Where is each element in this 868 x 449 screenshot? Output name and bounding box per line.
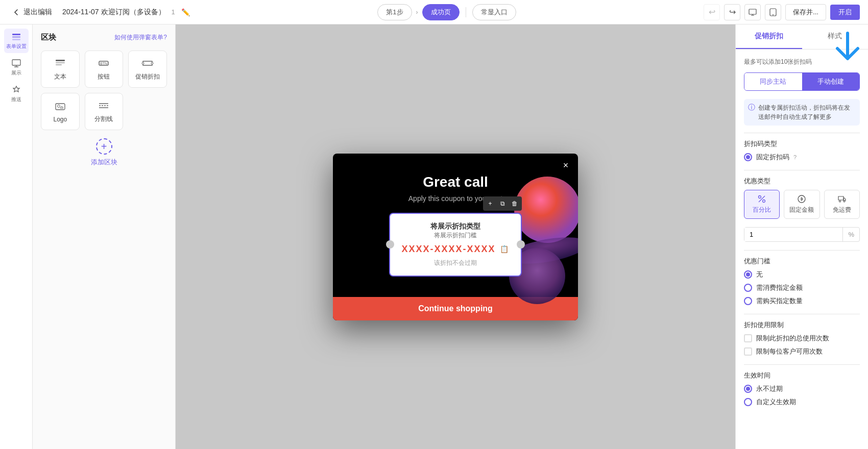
sidebar-item-table[interactable]: 表单设置 bbox=[4, 29, 29, 53]
block-text-label: 文本 bbox=[54, 72, 66, 81]
add-block-button[interactable]: + 添加区块 bbox=[41, 138, 167, 167]
main-layout: 表单设置 展示 推送 区块 如何使用弹窗表单? bbox=[0, 24, 868, 449]
validity-custom-label: 自定义生效期 bbox=[756, 397, 796, 407]
usage-total-checkbox[interactable] bbox=[744, 334, 752, 342]
validity-never-label: 永不过期 bbox=[756, 384, 783, 393]
sidebar-item-display[interactable]: 展示 bbox=[4, 55, 29, 80]
step-1-label: 第1步 bbox=[386, 8, 403, 17]
divider-5 bbox=[744, 364, 860, 365]
percent-input[interactable] bbox=[744, 228, 842, 241]
right-panel: 促销折扣 样式 最多可以添加10张折扣码 同步主站 手动创建 ⓘ 创建专属折扣活… bbox=[735, 24, 868, 449]
svg-point-23 bbox=[763, 200, 765, 203]
validity-never-radio[interactable] bbox=[744, 385, 752, 393]
desktop-icon bbox=[749, 8, 757, 16]
open-button[interactable]: 开启 bbox=[830, 5, 860, 20]
threshold-quantity-option[interactable]: 需购买指定数量 bbox=[744, 296, 860, 306]
sidebar-item-push[interactable]: 推送 bbox=[4, 82, 29, 106]
sidebar-label-table: 表单设置 bbox=[6, 43, 27, 50]
block-divider-label: 分割线 bbox=[94, 115, 113, 123]
percent-btn[interactable]: 百分比 bbox=[744, 190, 780, 219]
percent-label: 百分比 bbox=[753, 206, 771, 214]
threshold-amount-radio[interactable] bbox=[744, 284, 752, 292]
block-item-coupon[interactable]: 促销折扣 bbox=[128, 51, 167, 88]
popup-close-button[interactable]: × bbox=[560, 160, 572, 172]
back-label: 退出编辑 bbox=[23, 8, 52, 17]
coupon-copy-icon[interactable]: 📋 bbox=[500, 245, 510, 253]
coupon-notch-right bbox=[517, 240, 525, 248]
edit-icon[interactable]: ✏️ bbox=[181, 8, 190, 16]
coupon-block-icon bbox=[141, 57, 154, 69]
svg-point-26 bbox=[839, 201, 840, 202]
fixed-coupon-option[interactable]: 固定折扣码 ? bbox=[744, 153, 860, 162]
block-logo-label: Logo bbox=[53, 116, 67, 123]
block-item-text[interactable]: 文本 bbox=[41, 51, 80, 88]
tab-coupon[interactable]: 促销折扣 bbox=[736, 24, 802, 49]
usage-section: 折扣使用限制 限制此折扣的总使用次数 限制每位客户可用次数 bbox=[744, 320, 860, 356]
table-icon bbox=[11, 32, 21, 42]
coupon-type-section: 折扣码类型 固定折扣码 ? bbox=[744, 139, 860, 162]
step-entry-label: 常显入口 bbox=[481, 8, 508, 17]
mobile-view-button[interactable] bbox=[765, 4, 781, 20]
step-divider bbox=[466, 7, 466, 17]
usage-total-option[interactable]: 限制此折扣的总使用次数 bbox=[744, 334, 860, 343]
block-item-logo[interactable]: Logo bbox=[41, 93, 80, 130]
coupon-delete-btn[interactable]: 🗑 bbox=[510, 198, 520, 209]
fixed-amount-label: 固定金额 bbox=[789, 206, 814, 214]
threshold-none-radio[interactable] bbox=[744, 270, 752, 279]
discount-type-section: 优惠类型 百分比 bbox=[744, 177, 860, 242]
tip-box: ⓘ 创建专属折扣活动，折扣码将在发送邮件时自动生成了解更多 bbox=[744, 99, 860, 126]
validity-title: 生效时间 bbox=[744, 371, 860, 380]
manual-button[interactable]: 手动创建 bbox=[802, 73, 860, 90]
add-block-icon: + bbox=[96, 138, 112, 155]
popup-container: × bbox=[333, 154, 578, 320]
sync-button[interactable]: 同步主站 bbox=[744, 73, 802, 90]
usage-per-customer-option[interactable]: 限制每位客户可用次数 bbox=[744, 347, 860, 356]
validity-never-option[interactable]: 永不过期 bbox=[744, 384, 860, 393]
sync-manual-toggle: 同步主站 手动创建 bbox=[744, 72, 860, 91]
block-panel-title: 区块 bbox=[41, 33, 56, 42]
coupon-copy-btn[interactable]: ⧉ bbox=[497, 198, 508, 209]
topbar-center: 第1步 › 成功页 常显入口 bbox=[377, 4, 516, 20]
discount-type-buttons: 百分比 固定金额 bbox=[744, 190, 860, 219]
save-button[interactable]: 保存并... bbox=[785, 4, 826, 20]
usage-per-customer-checkbox[interactable] bbox=[744, 347, 752, 356]
step-entry-button[interactable]: 常显入口 bbox=[472, 4, 516, 20]
step-1-button[interactable]: 第1步 bbox=[377, 4, 412, 20]
coupon-code-display: XXXX-XXXX-XXXX 📋 bbox=[400, 244, 511, 255]
percent-input-row: % bbox=[744, 227, 860, 242]
threshold-quantity-radio[interactable] bbox=[744, 297, 752, 305]
coupon-type-label: 折扣码类型 bbox=[744, 139, 860, 148]
divider-4 bbox=[744, 314, 860, 314]
block-item-button[interactable]: BTN 按钮 bbox=[85, 51, 124, 88]
back-button[interactable]: 退出编辑 bbox=[8, 6, 56, 19]
coupon-add-btn[interactable]: + bbox=[485, 198, 495, 209]
sidebar-label-display: 展示 bbox=[11, 69, 21, 77]
topbar-left: 退出编辑 2024-11-07 欢迎订阅（多设备） 1 ✏️ bbox=[8, 6, 190, 19]
topbar: 退出编辑 2024-11-07 欢迎订阅（多设备） 1 ✏️ 第1步 › 成功页… bbox=[0, 0, 868, 24]
fixed-coupon-label: 固定折扣码 bbox=[756, 153, 789, 162]
block-item-divider[interactable]: 分割线 bbox=[85, 93, 124, 130]
free-shipping-btn[interactable]: 免运费 bbox=[824, 190, 860, 219]
svg-line-24 bbox=[759, 196, 765, 202]
usage-total-label: 限制此折扣的总使用次数 bbox=[756, 334, 829, 343]
redo-button[interactable]: ↪ bbox=[724, 4, 740, 20]
desktop-view-button[interactable] bbox=[744, 4, 761, 20]
threshold-none-option[interactable]: 无 bbox=[744, 270, 860, 279]
threshold-amount-option[interactable]: 需消费指定金额 bbox=[744, 283, 860, 292]
undo-button[interactable]: ↩ bbox=[704, 4, 720, 20]
panel-help-link[interactable]: 如何使用弹窗表单? bbox=[114, 33, 167, 42]
step-arrow-1: › bbox=[416, 9, 418, 16]
fixed-amount-btn[interactable]: 固定金额 bbox=[784, 190, 819, 219]
validity-custom-radio[interactable] bbox=[744, 398, 752, 406]
tip-text: 创建专属折扣活动，折扣码将在发送邮件时自动生成了解更多 bbox=[758, 103, 856, 121]
validity-section: 生效时间 永不过期 自定义生效期 bbox=[744, 371, 860, 407]
tab-coupon-label: 促销折扣 bbox=[755, 32, 783, 40]
coupon-threshold: 将展示折扣门槛 bbox=[400, 231, 511, 240]
step-success-button[interactable]: 成功页 bbox=[422, 4, 460, 20]
divider-3 bbox=[744, 250, 860, 251]
block-panel: 区块 如何使用弹窗表单? 文本 BTN 按钮 bbox=[33, 24, 176, 449]
fixed-coupon-help[interactable]: ? bbox=[793, 154, 797, 160]
validity-custom-option[interactable]: 自定义生效期 bbox=[744, 397, 860, 407]
divider-1 bbox=[744, 133, 860, 133]
fixed-coupon-radio[interactable] bbox=[744, 153, 752, 161]
